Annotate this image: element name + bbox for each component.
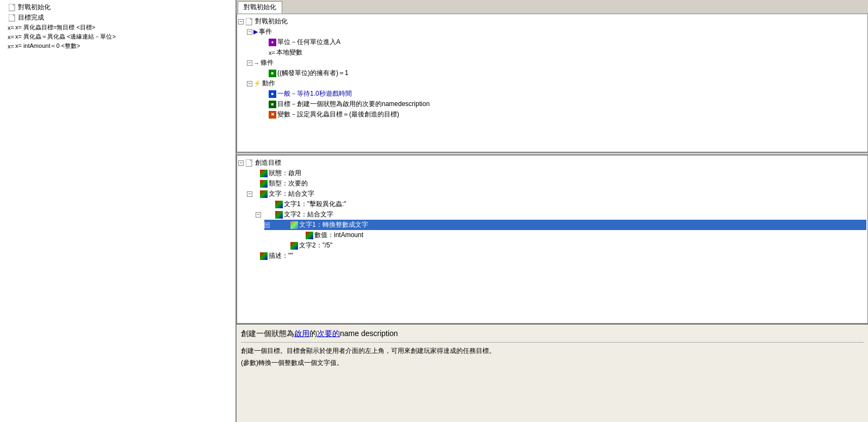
upper-tree-unit-enter[interactable]: ● 單位－任何單位進入A bbox=[256, 37, 866, 47]
expand-btn-text2[interactable]: − bbox=[256, 212, 261, 218]
lower-tree-type-label: 類型：次要的 bbox=[269, 179, 308, 188]
doc-icon-root bbox=[246, 18, 253, 26]
lower-tree-text2-slash5-label: 文字2："/5" bbox=[299, 241, 332, 250]
multicolor-icon-text2-combine bbox=[275, 211, 283, 219]
lower-tree-status-label: 狀態：啟用 bbox=[269, 169, 301, 178]
multicolor-icon-text bbox=[260, 190, 268, 198]
left-item-4-label: x= 異化蟲＝異化蟲 <邊緣連結－單位> bbox=[15, 33, 116, 41]
upper-tree-wait[interactable]: ■ 一般－等待1.0秒遊戲時間 bbox=[256, 89, 866, 99]
lower-tree-desc-label: 描述："" bbox=[269, 251, 293, 260]
desc-link-secondary[interactable]: 次要的 bbox=[317, 329, 340, 338]
doc-icon-lower-root bbox=[246, 159, 253, 167]
lower-tree-root[interactable]: − 創造目標 bbox=[238, 158, 866, 168]
upper-tree-actions-label: 動作 bbox=[262, 79, 275, 88]
right-panel: 對戰初始化 − 對戰初始化 − ▶ 事件 bbox=[237, 0, 868, 422]
arrow-icon-conditions: → bbox=[253, 60, 259, 66]
lower-tree-value-intamount-label: 數值：intAmount bbox=[314, 231, 363, 240]
lower-tree-desc[interactable]: 描述："" bbox=[247, 251, 866, 261]
arrow-icon-events: ▶ bbox=[253, 28, 258, 35]
multicolor-icon-desc bbox=[260, 252, 268, 260]
lower-tree-text2-slash5[interactable]: 文字2："/5" bbox=[264, 240, 866, 251]
upper-tree-create-objective-label: 目標－創建一個狀態為啟用的次要的namedescription bbox=[277, 100, 430, 109]
left-item-3[interactable]: x= x= 異化蟲目標=無目標 <目標> bbox=[1, 23, 234, 32]
xeq-icon-3: x= bbox=[8, 24, 14, 31]
multicolor-icon-slash5 bbox=[290, 242, 298, 250]
lower-tree-type[interactable]: 類型：次要的 bbox=[247, 178, 866, 189]
lower-tree-text1-convert-label: 文字1：轉換整數成文字 bbox=[299, 220, 368, 229]
lower-tree-text2-combine-label: 文字2：結合文字 bbox=[284, 210, 333, 219]
upper-tree-local-vars-label: 本地變數 bbox=[276, 48, 302, 57]
left-item-1[interactable]: 對戰初始化 bbox=[1, 2, 234, 13]
upper-tree-actions[interactable]: − ⚡ 動作 bbox=[247, 78, 866, 89]
upper-tree-owner-cond-label: ((觸發單位)的擁有者)＝1 bbox=[277, 69, 349, 78]
expand-btn-conditions[interactable]: − bbox=[247, 60, 252, 66]
tab-main-label: 對戰初始化 bbox=[244, 3, 276, 11]
left-item-3-label: x= 異化蟲目標=無目標 <目標> bbox=[15, 23, 95, 32]
lower-tree-status[interactable]: 狀態：啟用 bbox=[247, 168, 866, 178]
lower-tree-text2-combine[interactable]: − 文字2：結合文字 bbox=[256, 209, 866, 220]
doc-icon-2 bbox=[9, 14, 16, 22]
upper-tree-local-vars[interactable]: x= 本地變數 bbox=[256, 47, 866, 58]
upper-tree-panel: − 對戰初始化 − ▶ 事件 ● 單位－任何單位 bbox=[237, 14, 868, 152]
green-icon-create: ■ bbox=[269, 101, 276, 108]
upper-tree-unit-enter-label: 單位－任何單位進入A bbox=[277, 38, 340, 47]
expand-btn-actions[interactable]: − bbox=[247, 81, 252, 86]
left-item-1-label: 對戰初始化 bbox=[18, 3, 51, 12]
lower-tree-text1-label: 文字1："擊殺異化蟲:" bbox=[284, 200, 346, 209]
multicolor-icon-type bbox=[260, 180, 268, 188]
xeq-label-local: x= bbox=[269, 49, 275, 56]
lower-tree-text1-convert[interactable]: − 文字1：轉換整數成文字 bbox=[264, 220, 866, 230]
expand-btn-convert[interactable]: − bbox=[264, 222, 270, 228]
left-item-5[interactable]: x= x= intAmount＝0 <整數> bbox=[1, 41, 234, 51]
main-container: 對戰初始化 目標完成 x= x= 異化蟲目標=無目標 <目標> x= x= 異化… bbox=[0, 0, 868, 422]
green-icon-owner: ■ bbox=[269, 70, 276, 77]
upper-tree-wait-label: 一般－等待1.0秒遊戲時間 bbox=[277, 89, 352, 98]
orange-icon-setvar: ✖ bbox=[269, 111, 276, 119]
lower-tree-value-intamount[interactable]: 數值：intAmount bbox=[273, 230, 866, 240]
upper-tree-conditions[interactable]: − → 條件 bbox=[247, 58, 866, 68]
description-body2: (參數)轉換一個整數成一個文字值。 bbox=[241, 358, 864, 368]
expand-btn-lower-root[interactable]: − bbox=[238, 160, 244, 166]
upper-tree-conditions-label: 條件 bbox=[261, 58, 274, 67]
doc-icon-1 bbox=[9, 4, 16, 11]
purple-icon-unit: ● bbox=[269, 39, 276, 46]
expand-btn-events[interactable]: − bbox=[247, 29, 252, 35]
left-panel: 對戰初始化 目標完成 x= x= 異化蟲目標=無目標 <目標> x= x= 異化… bbox=[0, 0, 237, 422]
left-item-4[interactable]: x= x= 異化蟲＝異化蟲 <邊緣連結－單位> bbox=[1, 32, 234, 41]
desc-link-enabled[interactable]: 啟用 bbox=[294, 329, 309, 338]
multicolor-icon-intamount bbox=[306, 232, 313, 239]
lower-tree-panel: − 創造目標 狀態：啟用 bbox=[237, 155, 868, 324]
blue-icon-wait: ■ bbox=[269, 90, 276, 98]
left-item-2[interactable]: 目標完成 bbox=[1, 13, 234, 23]
upper-tree-root[interactable]: − 對戰初始化 bbox=[238, 16, 866, 27]
upper-tree-set-var-label: 變數－設定異化蟲目標＝(最後創造的目標) bbox=[277, 110, 399, 119]
upper-tree-events[interactable]: − ▶ 事件 bbox=[247, 27, 866, 37]
lower-tree-text[interactable]: − 文字：結合文字 bbox=[247, 189, 866, 199]
xeq-icon-5: x= bbox=[8, 43, 14, 49]
multicolor-icon-convert bbox=[290, 221, 298, 229]
multicolor-icon-text1 bbox=[275, 201, 283, 208]
upper-tree-create-objective[interactable]: ■ 目標－創建一個狀態為啟用的次要的namedescription bbox=[256, 99, 866, 109]
left-item-2-label: 目標完成 bbox=[18, 13, 44, 22]
lower-tree-root-label: 創造目標 bbox=[255, 158, 281, 167]
multicolor-icon-status bbox=[260, 170, 268, 177]
expand-btn-text[interactable]: − bbox=[247, 191, 252, 197]
description-title: 創建一個狀態為啟用的次要的name description bbox=[241, 329, 864, 339]
left-item-5-label: x= intAmount＝0 <整數> bbox=[15, 42, 80, 50]
description-body1: 創建一個目標。目標會顯示於使用者介面的左上角，可用來創建玩家得達成的任務目標。 bbox=[241, 346, 864, 356]
lower-tree-text1[interactable]: 文字1："擊殺異化蟲:" bbox=[256, 199, 866, 209]
upper-tree-root-label: 對戰初始化 bbox=[255, 17, 288, 26]
lower-tree-text-label: 文字：結合文字 bbox=[269, 189, 314, 198]
arrow-icon-actions: ⚡ bbox=[253, 80, 261, 87]
tab-bar: 對戰初始化 bbox=[237, 0, 868, 14]
upper-tree-set-var[interactable]: ✖ 變數－設定異化蟲目標＝(最後創造的目標) bbox=[256, 109, 866, 120]
tab-main[interactable]: 對戰初始化 bbox=[238, 1, 282, 14]
description-panel: 創建一個狀態為啟用的次要的name description 創建一個目標。目標會… bbox=[237, 324, 868, 422]
xeq-icon-4: x= bbox=[8, 34, 14, 40]
upper-tree-owner-cond[interactable]: ■ ((觸發單位)的擁有者)＝1 bbox=[256, 68, 866, 78]
upper-tree-events-label: 事件 bbox=[259, 27, 272, 36]
expand-btn-root[interactable]: − bbox=[238, 19, 244, 24]
